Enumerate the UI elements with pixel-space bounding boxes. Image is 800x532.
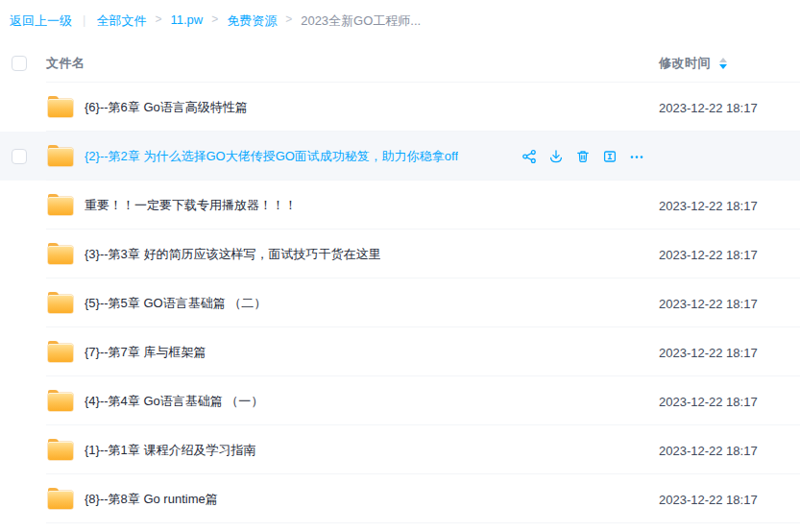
file-modified-time: 2023-12-22 18:17 <box>659 247 758 261</box>
file-row[interactable]: {6}--第6章 Go语言高级特性篇 2023-12-22 18:17 <box>0 83 800 132</box>
file-name[interactable]: {7}--第7章 库与框架篇 <box>85 344 206 361</box>
sort-asc-caret-icon <box>719 58 727 62</box>
row-checkbox[interactable] <box>12 149 27 164</box>
chevron-right-icon: > <box>155 12 161 26</box>
file-row[interactable]: {8}--第8章 Go runtime篇 2023-12-22 18:17 <box>0 474 800 523</box>
file-name[interactable]: {5}--第5章 GO语言基础篇 （二） <box>85 295 266 312</box>
folder-icon <box>48 488 73 510</box>
file-modified-time: 2023-12-22 18:17 <box>659 100 758 114</box>
breadcrumb-pipe-divider: | <box>83 12 85 27</box>
file-row[interactable]: {7}--第7章 库与框架篇 2023-12-22 18:17 <box>0 327 800 376</box>
more-ellipsis-icon[interactable] <box>629 149 644 164</box>
file-modified-time: 2023-12-22 18:17 <box>659 198 758 212</box>
chevron-right-icon: > <box>285 12 292 26</box>
download-icon[interactable] <box>548 149 564 164</box>
file-name[interactable]: {2}--第2章 为什么选择GO大佬传授GO面试成功秘笈，助力你稳拿off <box>85 148 458 165</box>
file-row[interactable]: {4}--第4章 Go语言基础篇 （一） 2023-12-22 18:17 <box>0 376 800 425</box>
breadcrumb-folder-link[interactable]: 免费资源 <box>227 12 277 30</box>
breadcrumb-all-files-link[interactable]: 全部文件 <box>96 12 146 30</box>
row-actions <box>521 149 644 164</box>
file-modified-time: 2023-12-22 18:17 <box>659 296 758 310</box>
select-all-checkbox[interactable] <box>12 56 27 71</box>
file-name[interactable]: 重要！！一定要下载专用播放器！！！ <box>85 197 297 214</box>
folder-icon <box>48 390 73 412</box>
file-row[interactable]: {1}--第1章 课程介绍及学习指南 2023-12-22 18:17 <box>0 425 800 474</box>
rename-icon[interactable] <box>602 149 618 164</box>
file-name[interactable]: {6}--第6章 Go语言高级特性篇 <box>85 99 248 116</box>
file-row[interactable]: 重要！！一定要下载专用播放器！！！ 2023-12-22 18:17 <box>0 181 800 230</box>
trash-icon[interactable] <box>575 149 591 164</box>
folder-icon <box>48 341 73 363</box>
back-up-level-link[interactable]: 返回上一级 <box>10 12 72 30</box>
folder-icon <box>48 145 73 167</box>
sort-icon[interactable] <box>719 58 727 69</box>
file-modified-time: 2023-12-22 18:17 <box>659 443 758 457</box>
folder-icon <box>48 292 73 314</box>
breadcrumb-current-folder: 2023全新GO工程师... <box>301 12 421 30</box>
file-list: {6}--第6章 Go语言高级特性篇 2023-12-22 18:17 {2}-… <box>0 83 800 523</box>
breadcrumb-folder-link[interactable]: 11.pw <box>170 12 203 27</box>
file-name[interactable]: {4}--第4章 Go语言基础篇 （一） <box>85 393 263 410</box>
file-row[interactable]: {5}--第5章 GO语言基础篇 （二） 2023-12-22 18:17 <box>0 278 800 327</box>
file-name[interactable]: {1}--第1章 课程介绍及学习指南 <box>85 442 255 459</box>
folder-icon <box>48 439 73 461</box>
share-icon[interactable] <box>521 149 537 164</box>
file-name[interactable]: {8}--第8章 Go runtime篇 <box>85 491 218 508</box>
file-list-header: 文件名 修改时间 <box>0 43 800 83</box>
file-modified-time: 2023-12-22 18:17 <box>659 394 758 408</box>
file-modified-time: 2023-12-22 18:17 <box>659 345 758 359</box>
file-row[interactable]: {3}--第3章 好的简历应该这样写，面试技巧干货在这里 2023-12-22 … <box>0 230 800 278</box>
column-header-modified[interactable]: 修改时间 <box>659 55 727 72</box>
column-header-filename[interactable]: 文件名 <box>46 55 85 72</box>
folder-icon <box>48 194 73 216</box>
file-row-hovered[interactable]: {2}--第2章 为什么选择GO大佬传授GO面试成功秘笈，助力你稳拿off <box>0 132 800 181</box>
breadcrumb: 返回上一级 | 全部文件 > 11.pw > 免费资源 > 2023全新GO工程… <box>0 0 800 43</box>
folder-icon <box>48 96 73 118</box>
file-name[interactable]: {3}--第3章 好的简历应该这样写，面试技巧干货在这里 <box>85 246 380 263</box>
sort-desc-caret-icon <box>719 64 727 69</box>
folder-icon <box>48 243 73 265</box>
file-modified-time: 2023-12-22 18:17 <box>659 492 758 506</box>
chevron-right-icon: > <box>211 12 218 26</box>
